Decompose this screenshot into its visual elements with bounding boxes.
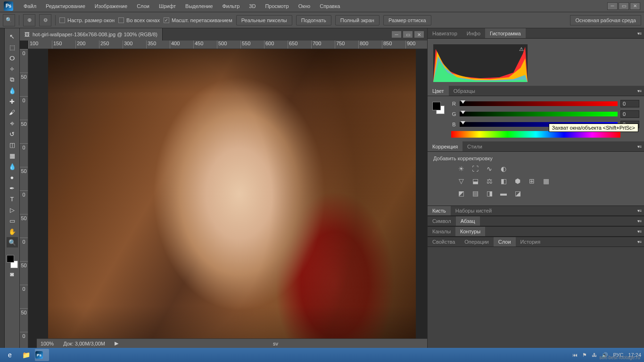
magic-wand-tool[interactable]: ✧ — [7, 64, 18, 74]
properties-tab[interactable]: Свойства — [428, 237, 460, 247]
menu-select[interactable]: Выделение — [181, 1, 217, 11]
selective-color-icon[interactable]: ◪ — [513, 189, 522, 197]
histogram-warning-icon[interactable]: ⚠ — [519, 46, 524, 52]
paragraph-tab[interactable]: Абзац — [456, 216, 480, 226]
menu-image[interactable]: Изображение — [90, 1, 132, 11]
brightness-contrast-icon[interactable]: ☀ — [457, 165, 465, 173]
menu-help[interactable]: Справка — [315, 1, 345, 11]
foreground-color-swatch[interactable] — [7, 255, 14, 263]
r-value-input[interactable]: 0 — [620, 100, 639, 107]
panel-menu-icon[interactable]: ▾≡ — [635, 31, 644, 36]
fit-screen-button[interactable]: Подогнать — [296, 15, 331, 25]
brush-tab[interactable]: Кисть — [428, 206, 451, 215]
color-tab[interactable]: Цвет — [428, 86, 449, 96]
scrubby-zoom-checkbox[interactable]: ✓Масшт. перетаскиванием — [164, 17, 232, 23]
channel-mixer-icon[interactable]: ⊞ — [528, 177, 536, 185]
hue-sat-icon[interactable]: ⬓ — [471, 177, 479, 185]
shape-tool[interactable]: ▭ — [7, 215, 18, 226]
panel-menu-icon[interactable]: ▾≡ — [635, 89, 644, 93]
color-spectrum[interactable] — [451, 131, 620, 138]
doc-size-status[interactable]: Док: 3,00M/3,00M — [63, 341, 105, 346]
menu-window[interactable]: Окно — [294, 1, 315, 11]
menu-layer[interactable]: Слои — [132, 1, 154, 11]
pen-tool[interactable]: ✒ — [7, 183, 18, 193]
color-lookup-icon[interactable]: ▦ — [542, 177, 550, 185]
lasso-tool[interactable]: ⵔ — [7, 53, 18, 63]
healing-brush-tool[interactable]: ✚ — [7, 96, 18, 107]
info-tab[interactable]: Инфо — [462, 28, 485, 38]
move-tool[interactable]: ↖ — [7, 31, 18, 41]
paths-tab[interactable]: Контуры — [455, 227, 485, 236]
explorer-taskbar-icon[interactable]: 📁 — [19, 349, 33, 361]
histogram-tab[interactable]: Гистограмма — [485, 28, 526, 38]
swatches-tab[interactable]: Образцы — [449, 86, 480, 96]
left-dock-strip[interactable] — [0, 28, 5, 348]
document-tab[interactable]: 🖼 hot-girl-wallpaper-644x362-008.jpg @ … — [20, 28, 163, 41]
invert-icon[interactable]: ◩ — [457, 189, 465, 197]
color-swatches[interactable] — [7, 255, 18, 268]
doc-minimize[interactable]: ─ — [391, 31, 402, 38]
print-size-button[interactable]: Размер оттиска — [383, 15, 431, 25]
blur-tool[interactable]: 💧 — [7, 161, 18, 172]
history-tab[interactable]: История — [516, 237, 545, 247]
ie-taskbar-icon[interactable]: e — [3, 349, 17, 361]
tool-preset-icon[interactable]: 🔍 — [3, 14, 15, 26]
panel-fg-swatch[interactable] — [432, 102, 441, 110]
layers-body[interactable] — [428, 247, 644, 348]
fill-screen-button[interactable]: Полный экран — [335, 15, 380, 25]
dodge-tool[interactable]: ● — [7, 172, 18, 182]
crop-tool[interactable]: ⧉ — [7, 74, 18, 85]
gradient-tool[interactable]: ▦ — [7, 150, 18, 161]
status-arrow-icon[interactable]: ▶ — [115, 340, 118, 346]
menu-view[interactable]: Просмотр — [260, 1, 293, 11]
zoom-tool[interactable]: 🔍 — [7, 237, 18, 247]
eraser-tool[interactable]: ◫ — [7, 140, 18, 150]
posterize-icon[interactable]: ▤ — [471, 189, 479, 197]
threshold-icon[interactable]: ◨ — [485, 189, 494, 197]
character-tab[interactable]: Символ — [428, 216, 456, 226]
photoshop-taskbar-icon[interactable] — [35, 349, 49, 361]
history-brush-tool[interactable]: ↺ — [7, 129, 18, 139]
photo-filter-icon[interactable]: ⬢ — [513, 177, 522, 185]
vibrance-icon[interactable]: ▽ — [457, 177, 465, 185]
brush-presets-tab[interactable]: Наборы кистей — [451, 206, 496, 215]
brush-tool[interactable]: 🖌 — [7, 107, 18, 117]
canvas-viewport[interactable]: 100% Док: 3,00M/3,00M ▶ sv — [28, 49, 427, 348]
panel-menu-icon[interactable]: ▾≡ — [635, 229, 644, 234]
resize-windows-checkbox[interactable]: Настр. размер окон — [59, 17, 115, 23]
eyedropper-tool[interactable]: 💧 — [7, 85, 18, 96]
r-slider[interactable] — [460, 101, 618, 106]
window-minimize[interactable]: ─ — [607, 2, 618, 10]
vertical-ruler[interactable]: 0500500500500500500 — [20, 49, 28, 348]
gradient-map-icon[interactable]: ▬ — [499, 189, 508, 197]
menu-type[interactable]: Шрифт — [154, 1, 181, 11]
navigator-tab[interactable]: Навигатор — [428, 28, 462, 38]
panel-menu-icon[interactable]: ▾≡ — [635, 219, 644, 223]
layers-tab[interactable]: Слои — [494, 237, 516, 247]
window-close[interactable]: ✕ — [630, 2, 640, 10]
exposure-icon[interactable]: ◐ — [499, 165, 508, 173]
window-maximize[interactable]: ▭ — [619, 2, 629, 10]
panel-menu-icon[interactable]: ▾≡ — [635, 239, 644, 244]
clone-stamp-tool[interactable]: ⎆ — [7, 118, 18, 128]
tray-flag-icon[interactable]: ⚑ — [582, 352, 587, 358]
hand-tool[interactable]: ✋ — [7, 226, 18, 237]
color-balance-icon[interactable]: ⚖ — [485, 177, 494, 185]
type-tool[interactable]: T — [7, 194, 18, 204]
styles-tab[interactable]: Стили — [462, 141, 487, 151]
actions-tab[interactable]: Операции — [460, 237, 493, 247]
marquee-tool[interactable]: ⬚ — [7, 42, 18, 52]
menu-file[interactable]: Файл — [19, 1, 41, 11]
adjustments-tab[interactable]: Коррекция — [428, 141, 462, 151]
actual-pixels-button[interactable]: Реальные пикселы — [236, 15, 292, 25]
g-value-input[interactable]: 0 — [620, 110, 639, 118]
horizontal-ruler[interactable]: 1001502002503003504004505005506006507007… — [28, 41, 427, 49]
curves-icon[interactable]: ∿ — [485, 165, 494, 173]
zoom-out-icon[interactable]: ⊖ — [39, 14, 51, 26]
workspace-switcher[interactable]: Основная рабочая среда — [570, 15, 641, 25]
zoom-all-windows-checkbox[interactable]: Во всех окнах — [118, 17, 160, 23]
menu-edit[interactable]: Редактирование — [41, 1, 90, 11]
bw-icon[interactable]: ◧ — [499, 177, 508, 185]
path-select-tool[interactable]: ▷ — [7, 205, 18, 215]
zoom-level[interactable]: 100% — [41, 341, 54, 346]
